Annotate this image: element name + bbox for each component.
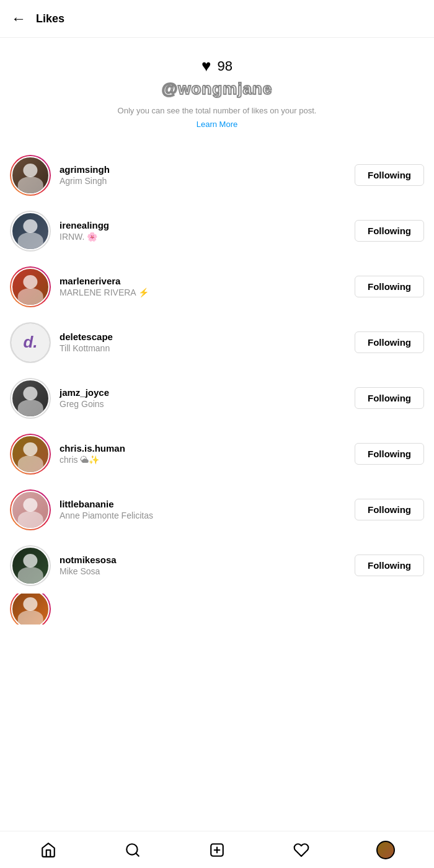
avatar (11, 156, 50, 195)
avatar (11, 491, 50, 529)
list-item: marlenerivera MARLENE RIVERA ⚡ Following (0, 259, 434, 315)
search-icon (125, 842, 141, 858)
list-item: agrimsingh Agrim Singh Following (0, 147, 434, 203)
fullname: Agrim Singh (60, 176, 346, 186)
username[interactable]: chris.is.human (60, 443, 346, 454)
avatar-wrapper[interactable] (10, 378, 51, 419)
nav-likes[interactable] (286, 835, 317, 866)
list-item: d. deletescape Till Kottmann Following (0, 315, 434, 370)
avatar-ring (10, 594, 51, 625)
avatar-ring (10, 489, 51, 530)
likes-summary: ♥ 98 @wongmjane Only you can see the tot… (0, 38, 434, 141)
user-list: agrimsingh Agrim Singh Following irene (0, 141, 434, 631)
fullname: MARLENE RIVERA ⚡ (60, 287, 346, 297)
avatar-ring: d. (10, 322, 51, 363)
list-item (0, 594, 434, 625)
avatar-wrapper[interactable] (10, 211, 51, 252)
home-icon (40, 842, 56, 858)
avatar-ring (10, 545, 51, 586)
avatar (11, 594, 50, 625)
likes-count-row: ♥ 98 (202, 56, 232, 76)
username[interactable]: deletescape (60, 331, 346, 342)
avatar-ring (10, 155, 51, 196)
nav-add[interactable] (202, 835, 232, 866)
watermark: @wongmjane (162, 79, 272, 99)
user-info: marlenerivera MARLENE RIVERA ⚡ (60, 276, 346, 297)
avatar-wrapper[interactable] (10, 266, 51, 307)
avatar-ring (10, 211, 51, 252)
header: ← Likes (0, 0, 434, 38)
add-icon (209, 842, 225, 858)
avatar-ring (10, 434, 51, 475)
heart-nav-icon (293, 842, 309, 858)
heart-icon: ♥ (202, 56, 211, 76)
following-button[interactable]: Following (355, 387, 424, 409)
following-button[interactable]: Following (355, 443, 424, 465)
nav-home[interactable] (33, 835, 64, 866)
fullname: Anne Piamonte Felicitas (60, 511, 346, 520)
following-button[interactable]: Following (355, 164, 424, 186)
list-item: littlebananie Anne Piamonte Felicitas Fo… (0, 482, 434, 538)
username[interactable]: irenealingg (60, 220, 346, 230)
following-button[interactable]: Following (355, 220, 424, 242)
likes-number: 98 (217, 58, 232, 74)
avatar-ring (10, 378, 51, 419)
user-info: irenealingg IRNW. 🌸 (60, 220, 346, 242)
avatar-wrapper[interactable] (10, 434, 51, 475)
user-info: deletescape Till Kottmann (60, 331, 346, 353)
username[interactable]: marlenerivera (60, 276, 346, 286)
nav-search[interactable] (117, 835, 148, 866)
avatar-ring (10, 266, 51, 307)
username[interactable]: littlebananie (60, 499, 346, 509)
avatar-wrapper[interactable] (10, 489, 51, 530)
following-button[interactable]: Following (355, 555, 424, 576)
fullname: Greg Goins (60, 399, 346, 409)
likes-note: Only you can see the total number of lik… (118, 105, 317, 117)
avatar-wrapper[interactable] (10, 594, 51, 625)
user-info: agrimsingh Agrim Singh (60, 164, 346, 186)
avatar-wrapper[interactable] (10, 545, 51, 586)
following-button[interactable]: Following (355, 499, 424, 520)
avatar-wrapper[interactable]: d. (10, 322, 51, 363)
fullname: Mike Sosa (60, 566, 346, 576)
user-info: notmikesosa Mike Sosa (60, 555, 346, 576)
avatar (11, 546, 50, 585)
back-button[interactable]: ← (11, 10, 26, 27)
list-item: irenealingg IRNW. 🌸 Following (0, 203, 434, 259)
list-item: jamz_joyce Greg Goins Following (0, 370, 434, 426)
avatar (11, 435, 50, 473)
avatar (11, 212, 50, 250)
fullname: Till Kottmann (60, 343, 346, 353)
page-title: Likes (36, 12, 64, 25)
username[interactable]: agrimsingh (60, 164, 346, 175)
avatar-wrapper[interactable] (10, 155, 51, 196)
bottom-nav (0, 831, 434, 868)
avatar (11, 268, 50, 306)
svg-line-1 (136, 853, 139, 856)
user-info: chris.is.human chris 🌥✨ (60, 443, 346, 465)
user-info: littlebananie Anne Piamonte Felicitas (60, 499, 346, 520)
nav-profile[interactable] (370, 835, 401, 866)
following-button[interactable]: Following (355, 331, 424, 353)
username[interactable]: notmikesosa (60, 555, 346, 565)
username[interactable]: jamz_joyce (60, 387, 346, 398)
fullname: IRNW. 🌸 (60, 232, 346, 242)
fullname: chris 🌥✨ (60, 455, 346, 465)
user-info: jamz_joyce Greg Goins (60, 387, 346, 409)
list-item: notmikesosa Mike Sosa Following (0, 538, 434, 594)
list-item: chris.is.human chris 🌥✨ Following (0, 426, 434, 482)
profile-avatar (376, 841, 395, 859)
following-button[interactable]: Following (355, 276, 424, 297)
logo-text: d. (23, 333, 37, 352)
content-area: ♥ 98 @wongmjane Only you can see the tot… (0, 38, 434, 674)
avatar (11, 379, 50, 418)
avatar: d. (11, 323, 50, 362)
learn-more-link[interactable]: Learn More (197, 120, 237, 129)
